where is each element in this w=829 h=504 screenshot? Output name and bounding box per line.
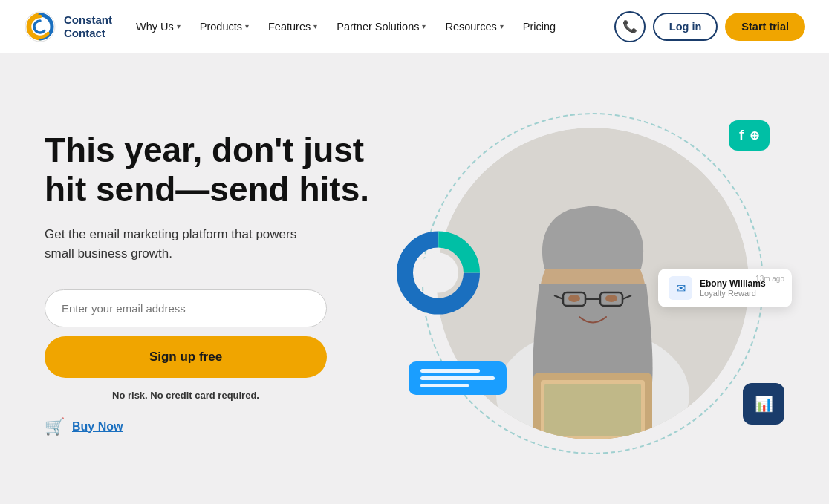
chevron-down-icon: ▾	[313, 22, 317, 30]
hero-illustration: f ⊕ ✉ Ebony Williams Loyalty Reward 13m …	[401, 98, 784, 469]
chart-icon: 📊	[755, 395, 773, 413]
chat-lines	[420, 369, 495, 387]
instagram-icon: ⊕	[750, 128, 759, 143]
start-trial-button[interactable]: Start trial	[725, 13, 805, 41]
hero-subtitle: Get the email marketing platform that po…	[45, 225, 327, 263]
nav-actions: 📞 Log in Start trial	[614, 11, 805, 42]
notification-sub: Loyalty Reward	[700, 289, 766, 298]
svg-point-7	[605, 295, 617, 302]
nav-item-resources[interactable]: Resources ▾	[436, 15, 512, 39]
stats-badge: 📊	[743, 383, 784, 425]
chat-bubble	[409, 361, 507, 395]
cart-icon: 🛒	[45, 417, 65, 436]
hero-left: This year, don't just hit send—send hits…	[45, 131, 401, 437]
phone-icon: 📞	[622, 19, 637, 33]
nav-items: Why Us ▾ Products ▾ Features ▾ Partner S…	[127, 15, 605, 39]
facebook-icon: f	[739, 128, 744, 143]
pie-chart	[394, 229, 483, 321]
signup-button[interactable]: Sign up free	[45, 336, 327, 378]
chat-line-1	[420, 369, 480, 373]
email-notification-card: ✉ Ebony Williams Loyalty Reward 13m ago	[658, 269, 792, 307]
social-media-badge: f ⊕	[729, 120, 770, 151]
nav-item-partner-solutions[interactable]: Partner Solutions ▾	[328, 15, 435, 39]
email-input[interactable]	[45, 289, 327, 327]
nav-item-whyus[interactable]: Why Us ▾	[127, 15, 189, 39]
notification-time: 13m ago	[755, 275, 784, 283]
logo[interactable]: Constant Contact	[24, 10, 112, 43]
phone-button[interactable]: 📞	[614, 11, 646, 42]
email-card-icon: ✉	[669, 276, 692, 300]
svg-point-6	[568, 295, 580, 302]
chevron-down-icon: ▾	[177, 22, 181, 30]
nav-item-products[interactable]: Products ▾	[191, 15, 258, 39]
svg-point-1	[36, 23, 44, 30]
svg-point-18	[418, 253, 458, 293]
chevron-down-icon: ▾	[500, 22, 504, 30]
nav-item-pricing[interactable]: Pricing	[514, 15, 565, 39]
no-risk-text: No risk. No credit card required.	[45, 390, 327, 401]
hero-section: This year, don't just hit send—send hits…	[0, 53, 829, 504]
email-form: Sign up free No risk. No credit card req…	[45, 289, 327, 401]
hero-title: This year, don't just hit send—send hits…	[45, 131, 401, 209]
buy-now-label: Buy Now	[72, 420, 123, 433]
buy-now-link[interactable]: 🛒 Buy Now	[45, 417, 401, 436]
nav-item-features[interactable]: Features ▾	[259, 15, 326, 39]
chevron-down-icon: ▾	[422, 22, 426, 30]
svg-rect-15	[544, 384, 641, 436]
chat-line-3	[420, 384, 469, 387]
chevron-down-icon: ▾	[245, 22, 249, 30]
chat-line-2	[420, 376, 495, 380]
navbar: Constant Contact Why Us ▾ Products ▾ Fea…	[0, 0, 829, 53]
login-button[interactable]: Log in	[653, 13, 718, 41]
logo-text: Constant Contact	[64, 13, 112, 40]
